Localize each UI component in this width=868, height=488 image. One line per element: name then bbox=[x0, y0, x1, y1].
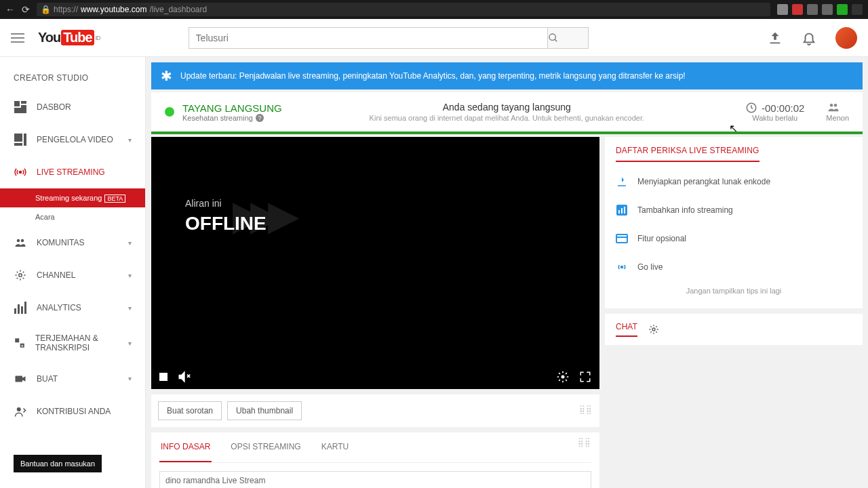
settings-icon[interactable] bbox=[556, 370, 570, 384]
sidebar: CREATOR STUDIO DASBOR PENGELOLA VIDEO ▾ … bbox=[0, 57, 146, 488]
browser-toolbar: ← ⟳ 🔒 https://www.youtube.com/live_dashb… bbox=[0, 0, 868, 19]
checklist-item-encoder[interactable]: Menyiapkan perangkat lunak enkode bbox=[616, 167, 852, 196]
checklist-item-golive[interactable]: Go live bbox=[616, 253, 852, 281]
change-thumbnail-button[interactable]: Ubah thumbnail bbox=[227, 401, 302, 420]
stream-health-label: Kesehatan streaming? bbox=[182, 114, 282, 122]
checklist-item-optional[interactable]: Fitur opsional bbox=[616, 224, 852, 253]
svg-point-20 bbox=[830, 104, 833, 107]
camera-icon bbox=[14, 372, 27, 386]
youtube-logo[interactable]: YouTubeID bbox=[38, 30, 100, 45]
mute-icon[interactable] bbox=[177, 370, 191, 384]
sidebar-item-label: CHANNEL bbox=[37, 270, 75, 280]
tab-streaming-options[interactable]: OPSI STREAMING bbox=[229, 432, 302, 462]
back-icon[interactable]: ← bbox=[5, 4, 15, 15]
upload-icon[interactable] bbox=[768, 30, 783, 45]
search-box bbox=[189, 27, 589, 49]
svg-point-29 bbox=[621, 266, 623, 268]
svg-point-18 bbox=[17, 407, 21, 411]
broadcast-icon bbox=[616, 261, 628, 273]
svg-rect-15 bbox=[21, 306, 23, 314]
tab-basic-info[interactable]: INFO DASAR bbox=[159, 432, 212, 462]
gear-icon bbox=[14, 268, 27, 282]
svg-rect-3 bbox=[21, 101, 26, 104]
sidebar-item-community[interactable]: KOMUNITAS ▾ bbox=[0, 226, 145, 259]
sidebar-item-label: ANALYTICS bbox=[37, 303, 81, 312]
sidebar-item-contributions[interactable]: KONTRIBUSI ANDA bbox=[0, 395, 145, 428]
sidebar-item-label: TERJEMAHAN & TRANSKRIPSI bbox=[35, 333, 128, 353]
live-icon bbox=[14, 165, 27, 179]
sidebar-item-label: BUAT bbox=[37, 374, 58, 384]
stream-title-input[interactable] bbox=[159, 471, 591, 488]
svg-point-12 bbox=[19, 274, 22, 277]
svg-rect-4 bbox=[21, 105, 26, 108]
player-status: OFFLINE bbox=[185, 213, 267, 235]
sidebar-item-live-streaming[interactable]: LIVE STREAMING bbox=[0, 156, 145, 188]
svg-rect-25 bbox=[621, 208, 623, 214]
svg-rect-24 bbox=[618, 210, 620, 214]
search-icon bbox=[548, 33, 559, 43]
sidebar-item-analytics[interactable]: ANALYTICS ▾ bbox=[0, 291, 145, 324]
svg-rect-27 bbox=[616, 235, 627, 243]
status-subtext: Kini semua orang di internet dapat melih… bbox=[282, 114, 732, 122]
svg-rect-26 bbox=[624, 207, 625, 214]
chat-card: CHAT bbox=[605, 314, 863, 345]
menu-icon[interactable] bbox=[11, 33, 24, 43]
svg-point-30 bbox=[652, 328, 655, 331]
community-icon bbox=[14, 236, 27, 249]
info-card: INFO DASAR OPSI STREAMING KARTU ⠿⠿⠿⠿ bbox=[151, 432, 599, 488]
sidebar-title: CREATOR STUDIO bbox=[0, 65, 145, 91]
address-bar[interactable]: 🔒 https://www.youtube.com/live_dashboard bbox=[37, 3, 770, 16]
card-icon bbox=[616, 232, 628, 245]
sidebar-item-video-manager[interactable]: PENGELOLA VIDEO ▾ bbox=[0, 123, 145, 156]
search-button[interactable] bbox=[548, 27, 589, 49]
create-highlight-button[interactable]: Buat sorotan bbox=[158, 401, 222, 420]
gear-icon[interactable] bbox=[648, 324, 659, 335]
status-bar: TAYANG LANGSUNG Kesehatan streaming? And… bbox=[151, 92, 863, 131]
sidebar-item-channel[interactable]: CHANNEL ▾ bbox=[0, 259, 145, 291]
hide-tips-link[interactable]: Jangan tampilkan tips ini lagi bbox=[616, 281, 852, 300]
sidebar-item-create[interactable]: BUAT ▾ bbox=[0, 363, 145, 395]
checklist-item-info[interactable]: Tambahkan info streaming bbox=[616, 196, 852, 224]
chevron-down-icon: ▾ bbox=[128, 272, 132, 279]
chat-title: CHAT bbox=[616, 322, 637, 337]
avatar[interactable] bbox=[835, 27, 857, 49]
sidebar-item-dashboard[interactable]: DASBOR bbox=[0, 91, 145, 123]
status-heading: Anda sedang tayang langsung bbox=[282, 102, 732, 113]
svg-point-0 bbox=[549, 34, 555, 40]
sidebar-item-translation[interactable]: TERJEMAHAN & TRANSKRIPSI ▾ bbox=[0, 324, 145, 363]
viewers-label: Menon bbox=[826, 114, 849, 122]
drag-handle-icon[interactable]: ⠿⠿⠿⠿ bbox=[579, 408, 593, 413]
svg-rect-14 bbox=[18, 304, 20, 314]
player-controls bbox=[151, 365, 599, 389]
svg-rect-6 bbox=[14, 134, 22, 142]
reload-icon[interactable]: ⟳ bbox=[22, 4, 30, 15]
video-player[interactable]: ▶▶▶ Aliran ini OFFLINE bbox=[151, 137, 599, 389]
svg-point-9 bbox=[20, 171, 22, 174]
drag-handle-icon[interactable]: ⠿⠿⠿⠿ bbox=[578, 441, 591, 446]
contribution-icon bbox=[14, 405, 27, 418]
chevron-down-icon: ▾ bbox=[128, 304, 132, 312]
help-button[interactable]: Bantuan dan masukan bbox=[14, 455, 102, 472]
dashboard-icon bbox=[14, 100, 27, 114]
sidebar-sub-stream-now[interactable]: Streaming sekarangBETA bbox=[0, 188, 145, 207]
stop-icon[interactable] bbox=[159, 373, 167, 381]
player-subtext: Aliran ini bbox=[185, 198, 267, 209]
search-input[interactable] bbox=[189, 27, 548, 49]
asterisk-icon: ✱ bbox=[161, 68, 172, 84]
tab-card[interactable]: KARTU bbox=[320, 432, 350, 462]
chevron-down-icon: ▾ bbox=[128, 375, 132, 382]
sidebar-item-label: KONTRIBUSI ANDA bbox=[37, 407, 111, 416]
bell-icon[interactable] bbox=[802, 30, 816, 45]
extension-icons bbox=[777, 4, 863, 15]
chevron-down-icon: ▾ bbox=[128, 340, 132, 347]
clock-icon bbox=[745, 102, 757, 114]
viewers-icon bbox=[826, 102, 841, 114]
update-banner: ✱ Update terbaru: Penjadwalan live strea… bbox=[151, 62, 863, 89]
progress-bar bbox=[151, 131, 863, 134]
svg-rect-17 bbox=[16, 375, 23, 382]
sidebar-item-label: PENGELOLA VIDEO bbox=[37, 135, 113, 144]
sidebar-sub-events[interactable]: Acara bbox=[0, 207, 145, 226]
help-icon[interactable]: ? bbox=[256, 114, 264, 122]
fullscreen-icon[interactable] bbox=[579, 371, 591, 383]
svg-line-1 bbox=[555, 39, 557, 41]
